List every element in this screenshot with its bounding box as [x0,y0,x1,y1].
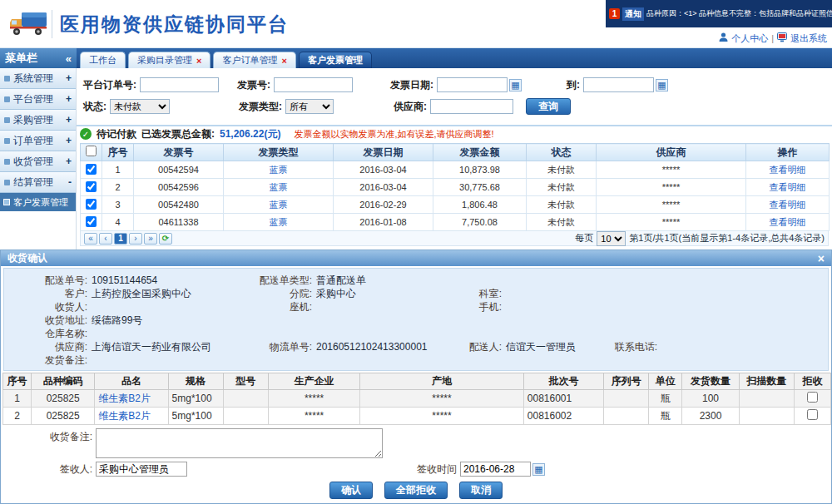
column-header: 发票号 [134,144,224,161]
sidebar-item[interactable]: 采购管理+ [0,110,76,131]
receipt-info-row: 配送单号:109151144654配送单类型:普通配送单 [4,274,828,287]
sidebar-item[interactable]: 收货管理+ [0,151,76,172]
per-page-select[interactable]: 10 [597,231,626,246]
reject-checkbox[interactable] [807,392,818,403]
close-dialog-icon[interactable]: × [818,253,825,264]
invoice-date: 2016-01-08 [334,214,433,231]
tab-active[interactable]: 客户发票管理 [299,52,372,68]
expand-toggle-icon[interactable]: - [68,176,72,188]
tab-item[interactable]: 客户订单管理× [213,52,295,68]
notification-count-badge[interactable]: 1 [609,8,620,19]
collapse-sidebar-button[interactable]: « [66,52,72,65]
row-index: 1 [102,161,134,179]
row-index: 1 [3,390,32,408]
sidebar-item[interactable]: 结算管理- [0,172,76,193]
close-tab-icon[interactable]: × [281,56,286,66]
select-all-checkbox[interactable] [86,146,97,156]
receipt-info-row: 供应商:上海信谊天一药业有限公司物流单号:2016051210241330000… [4,340,828,353]
app-window: 医用物资供应链协同平台 1 通知 品种原因：<1> 品种信息不完整：包括品牌和品… [0,0,832,504]
invoice-row: 100542594蓝票2016-03-0410,873.98未付款*****查看… [81,161,830,179]
invoice-supplier: ***** [597,161,746,179]
invoice-type-link[interactable]: 蓝票 [270,182,288,192]
view-detail-link[interactable]: 查看明细 [770,200,806,210]
row-select-checkbox[interactable] [86,181,97,192]
view-detail-link[interactable]: 查看明细 [770,182,806,192]
notice-label: 通知 [622,7,644,21]
expand-toggle-icon[interactable]: + [66,135,72,146]
confirm-button[interactable]: 确认 [329,482,373,499]
status-select[interactable]: 未付款 [110,99,170,114]
next-page-button[interactable]: › [129,233,142,245]
product-name-link[interactable]: 维生素B2片 [98,393,151,404]
filter-row-2: 状态: 未付款 发票类型: 所有 供应商: 查询 [77,96,832,117]
ship-qty: 2300 [682,408,739,425]
sidebar-item[interactable]: 系统管理+ [0,68,76,89]
date-to-input[interactable] [583,77,654,92]
tab-item[interactable]: 采购目录管理× [128,52,210,68]
record-info: 第1页/共1页(当前显示第1-4条记录,总共4条记录) [629,232,825,245]
date-from-input[interactable] [437,77,508,92]
prev-page-button[interactable]: ‹ [99,233,112,245]
signer-input[interactable] [96,462,187,477]
product-code: 025825 [32,408,95,425]
row-select-checkbox[interactable] [86,199,97,210]
tab-item[interactable]: 工作台 [80,52,126,68]
expand-toggle-icon[interactable]: + [66,72,72,84]
sidebar-item-customer-invoice[interactable]: 客户发票管理 [0,193,76,211]
view-detail-link[interactable]: 查看明细 [770,217,806,227]
personal-center-link[interactable]: 个人中心 [731,32,768,45]
calendar-icon[interactable]: ▦ [532,463,545,476]
row-select-checkbox[interactable] [86,216,97,227]
receipt-field: 手机: [453,300,506,314]
current-page-indicator[interactable]: 1 [114,233,127,245]
expand-toggle-icon[interactable]: + [66,114,72,126]
field-label: 配送单号: [4,274,87,288]
expand-toggle-icon[interactable]: + [66,93,72,105]
platform-order-input[interactable] [140,77,219,92]
sidebar-item-label: 系统管理 [13,72,66,86]
reject-all-button[interactable]: 全部拒收 [384,482,448,499]
invoice-type-link[interactable]: 蓝票 [270,165,288,175]
notice-message: 品种原因：<1> 品种信息不完整：包括品牌和品种证照信息； [646,8,832,19]
invoice-type-link[interactable]: 蓝票 [270,200,288,210]
invoice-status: 未付款 [527,196,597,214]
first-page-button[interactable]: « [84,233,97,245]
receipt-note-textarea[interactable] [96,428,383,458]
supplier-input[interactable] [430,99,513,114]
calendar-icon[interactable]: ▦ [509,79,522,91]
sign-time-label: 签收时间 [417,462,457,477]
receipt-field: 发货备注: [4,353,92,368]
row-select-checkbox[interactable] [86,164,97,175]
column-header: 发票类型 [224,144,334,161]
links-separator: | [771,33,774,43]
sidebar-item[interactable]: 平台管理+ [0,89,76,110]
sidebar-item[interactable]: 订单管理+ [0,131,76,151]
column-header: 拒收 [794,373,830,390]
refresh-icon[interactable]: ⟳ [159,233,172,245]
reject-checkbox[interactable] [807,409,818,420]
invoice-date: 2016-02-29 [334,196,433,214]
batch-no: 00816001 [523,390,603,408]
column-header: 序列号 [604,373,649,390]
batch-no: 00816002 [523,408,603,425]
invoice-no-input[interactable] [274,77,353,92]
last-page-button[interactable]: » [144,233,157,245]
column-header: 规格 [168,373,223,390]
view-detail-link[interactable]: 查看明细 [770,165,806,175]
sign-time-input[interactable] [460,462,531,477]
app-header: 医用物资供应链协同平台 1 通知 品种原因：<1> 品种信息不完整：包括品牌和品… [0,0,832,48]
receipt-dialog-title: 收货确认 [7,251,47,265]
calendar-icon[interactable]: ▦ [656,79,668,91]
invoice-type-select[interactable]: 所有 [285,99,334,114]
cancel-button[interactable]: 取消 [459,482,503,499]
invoice-type-link[interactable]: 蓝票 [270,217,288,227]
close-tab-icon[interactable]: × [196,56,201,66]
product-name-link[interactable]: 维生素B2片 [98,410,151,422]
field-value: 绥德路99号 [92,314,142,326]
column-header: 单位 [649,373,682,390]
logout-link[interactable]: 退出系统 [790,32,827,45]
expand-toggle-icon[interactable]: + [66,156,72,167]
column-header: 扫描数量 [739,373,794,390]
row-index: 4 [102,214,134,231]
search-button[interactable]: 查询 [526,98,571,115]
